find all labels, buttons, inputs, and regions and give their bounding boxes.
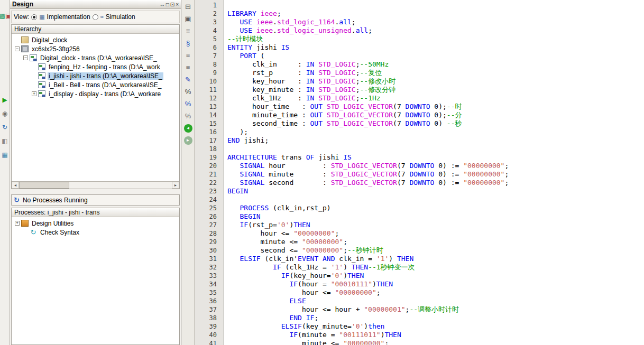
hierarchy-item-device-xc6slx25[interactable]: −xc6slx25-3ftg256: [12, 44, 179, 53]
code-text[interactable]: BEGIN: [224, 212, 261, 221]
line-list-icon[interactable]: ≡: [183, 50, 194, 61]
code-text[interactable]: SIGNAL second : STD_LOGIC_VECTOR(7 DOWNT…: [224, 179, 509, 187]
stop-process-icon[interactable]: ◧: [1, 137, 10, 146]
processes-header: Processes: i_jishi - jishi - trans: [12, 208, 179, 217]
code-text[interactable]: LIBRARY ieee;: [224, 10, 281, 18]
hierarchy-item-digital-clock[interactable]: Digital_clock: [12, 35, 179, 44]
syntax-icon: ↻: [30, 229, 37, 236]
code-text[interactable]: PROCESS (clk_in,rst_p): [224, 204, 331, 212]
line-number: 12: [195, 94, 224, 102]
scroll-right-button[interactable]: ►: [172, 182, 179, 189]
line-number: 2: [195, 10, 224, 18]
code-text[interactable]: ELSIF (clk_in'EVENT AND clk_in = '1') TH…: [224, 255, 413, 263]
code-text[interactable]: second_time : OUT STD_LOGIC_VECTOR(7 DOW…: [224, 119, 462, 128]
code-text[interactable]: minute_time : OUT STD_LOGIC_VECTOR(7 DOW…: [224, 111, 462, 119]
hierarchy-item-label: Digital_clock - trans (D:\A_workarea\ISE…: [39, 54, 158, 62]
hierarchy-item-fenping[interactable]: fenping_Hz - fenping - trans (D:\A_work: [12, 62, 179, 71]
code-text[interactable]: minute <= "00000000";: [224, 339, 389, 345]
code-text[interactable]: IF(minute = "00111011")THEN: [224, 331, 401, 339]
code-text[interactable]: rst_p : IN STD_LOGIC;--复位: [224, 69, 382, 77]
process-item-check-syntax[interactable]: ↻Check Syntax: [12, 228, 179, 237]
code-text[interactable]: minute <= "00000000";: [224, 238, 347, 246]
code-line-39: 39 ELSIF(key_minute='0')then: [195, 322, 644, 331]
simulation-radio[interactable]: [93, 14, 98, 20]
line-number: 6: [195, 43, 224, 52]
restore-button[interactable]: ⊡: [170, 2, 174, 7]
code-text[interactable]: [224, 145, 227, 153]
no-processes-label: No Processes Running: [23, 197, 88, 204]
code-text[interactable]: BEGIN: [224, 187, 248, 195]
scroll-track[interactable]: [69, 182, 172, 189]
process-settings-icon[interactable]: ◉: [1, 109, 10, 118]
code-editor[interactable]: 12LIBRARY ieee;3 USE ieee.std_logic_1164…: [195, 0, 644, 345]
edit-pen-icon[interactable]: ✎: [183, 74, 194, 85]
expand-icon[interactable]: +: [15, 221, 20, 226]
code-line-12: 12 clk_1Hz : IN STD_LOGIC;--1Hz: [195, 94, 644, 102]
line-list-alt-icon[interactable]: ≡: [183, 62, 194, 73]
code-line-24: 24: [195, 195, 644, 204]
implementation-radio[interactable]: [31, 14, 37, 20]
code-text[interactable]: IF (clk_1Hz = '1') THEN--1秒钟变一次: [224, 263, 415, 272]
close-button[interactable]: ×: [176, 2, 179, 7]
code-text[interactable]: USE ieee.std_logic_unsigned.all;: [224, 26, 372, 35]
hierarchy-item-top-module[interactable]: −Digital_clock - trans (D:\A_workarea\IS…: [12, 53, 179, 62]
code-text[interactable]: clk_1Hz : IN STD_LOGIC;--1Hz: [224, 94, 381, 102]
float-panel-icon[interactable]: ▣: [183, 14, 194, 24]
code-text[interactable]: SIGNAL hour : STD_LOGIC_VECTOR(7 DOWNTO …: [224, 162, 509, 170]
comment-remove-icon[interactable]: %: [183, 111, 194, 122]
code-text[interactable]: IF(rst_p='0')THEN: [224, 221, 310, 229]
code-text[interactable]: IF(hour = "00010111")THEN: [224, 280, 393, 288]
process-item-design-utilities[interactable]: +Design Utilities: [12, 219, 179, 228]
expand-icon[interactable]: +: [32, 91, 36, 96]
project-icon: [21, 36, 29, 43]
code-line-18: 18: [195, 145, 644, 153]
maximize-button[interactable]: □: [166, 2, 169, 7]
float-button[interactable]: ↔: [160, 2, 165, 7]
code-text[interactable]: ARCHITECTURE trans OF jishi IS: [224, 153, 352, 162]
code-text[interactable]: IF(key_hour='0')THEN: [224, 272, 364, 280]
code-text[interactable]: clk_in : IN STD_LOGIC;--50MHz: [224, 60, 389, 69]
hierarchy-item-jishi[interactable]: i_jishi - jishi - trans (D:\A_workarea\I…: [12, 71, 179, 80]
run-process-icon[interactable]: ▶: [1, 96, 10, 105]
code-text[interactable]: );: [224, 128, 248, 136]
code-text[interactable]: key_minute : IN STD_LOGIC;--修改分钟: [224, 86, 395, 94]
hierarchy-item-display[interactable]: +i_display - display - trans (D:\A_worka…: [12, 89, 179, 98]
implementation-label[interactable]: Implementation: [47, 13, 90, 21]
outline-view-icon[interactable]: ≡: [183, 26, 194, 36]
comment-add-icon[interactable]: %: [183, 99, 194, 109]
code-text[interactable]: second <= "00000000";--秒钟计时: [224, 246, 383, 255]
collapse-icon[interactable]: −: [15, 46, 20, 51]
console-view-icon[interactable]: ▦: [1, 151, 10, 160]
code-text[interactable]: ENTITY jishi IS: [224, 43, 289, 52]
code-text[interactable]: hour <= "00000000";: [224, 288, 381, 297]
code-text[interactable]: hour <= hour + "00000001";--调整小时计时: [224, 305, 459, 314]
libraries-tab-icon[interactable]: ▩: [0, 12, 5, 20]
code-text[interactable]: key_hour : IN STD_LOGIC;--修改小时: [224, 77, 395, 86]
code-text[interactable]: hour_time : OUT STD_LOGIC_VECTOR(7 DOWNT…: [224, 102, 462, 111]
hierarchy-item-bell[interactable]: i_Bell - Bell - trans (D:\A_workarea\ISE…: [12, 80, 179, 89]
code-text[interactable]: [224, 1, 227, 10]
line-number: 22: [195, 179, 224, 187]
dock-panel-icon[interactable]: ⊟: [183, 2, 194, 12]
code-text[interactable]: PORT (: [224, 52, 264, 60]
code-text[interactable]: END jishi;: [224, 136, 269, 145]
code-text[interactable]: [224, 195, 227, 204]
nav-back-icon[interactable]: ◄: [184, 124, 192, 133]
code-text[interactable]: ELSIF(key_minute='0')then: [224, 322, 384, 331]
simulation-label[interactable]: Simulation: [106, 13, 135, 21]
module-icon: [38, 63, 45, 70]
panel-splitter[interactable]: [10, 189, 181, 194]
code-text[interactable]: SIGNAL minute : STD_LOGIC_VECTOR(7 DOWNT…: [224, 170, 509, 179]
code-text[interactable]: hour <= "00000000";: [224, 229, 339, 238]
nav-forward-icon[interactable]: ►: [184, 136, 192, 145]
code-text[interactable]: ELSE: [224, 297, 306, 305]
code-text[interactable]: --计时模块: [224, 35, 263, 43]
collapse-icon[interactable]: −: [23, 55, 28, 60]
code-text[interactable]: END IF;: [224, 314, 318, 322]
scroll-left-button[interactable]: ◄: [12, 182, 19, 189]
goto-line-icon[interactable]: §: [183, 38, 194, 49]
rerun-process-icon[interactable]: ↻: [1, 123, 10, 132]
comment-toggle-icon[interactable]: %: [183, 87, 194, 97]
code-text[interactable]: USE ieee.std_logic_1164.all;: [224, 18, 356, 26]
scroll-thumb[interactable]: [19, 182, 69, 189]
